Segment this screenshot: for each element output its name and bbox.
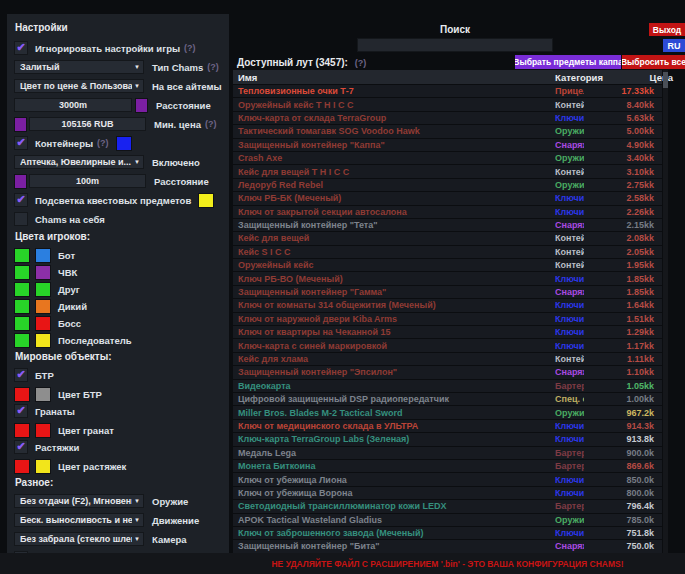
table-row[interactable]: Ключ-карта TerraGroup Labs (Зеленая)Ключ… bbox=[233, 433, 662, 445]
table-row[interactable]: Цифровой защищенный DSP радиопередатчикС… bbox=[233, 393, 662, 405]
table-row[interactable]: Защищенный контейнер "Эпсилон"Снаряжение… bbox=[233, 366, 662, 378]
table-row[interactable]: Защищенный контейнер "Бита"Снаряжение750… bbox=[233, 540, 662, 552]
column-header-name[interactable]: Имя bbox=[233, 72, 555, 83]
btr-checkbox[interactable]: ✔ bbox=[14, 368, 28, 382]
min-price-color-swatch[interactable] bbox=[14, 117, 27, 132]
color-grenades-swatch-visible[interactable] bbox=[14, 423, 30, 438]
item-name-cell: Видеокарта bbox=[233, 381, 555, 391]
color-bot-swatch-hidden[interactable] bbox=[35, 248, 51, 263]
table-row[interactable]: Ключ от квартиры на Чеканной 15Ключи1.29… bbox=[233, 326, 662, 338]
containers-distance-input[interactable]: 100m bbox=[29, 174, 146, 188]
color-friend-swatch-hidden[interactable] bbox=[35, 282, 51, 297]
item-price-cell: 8.40kk bbox=[584, 100, 662, 110]
table-row[interactable]: Ключ-карта от склада TerraGroupКлючи5.63… bbox=[233, 112, 662, 124]
ignore-game-settings-checkbox[interactable]: ✔ bbox=[14, 41, 28, 55]
color-scav-swatch-hidden[interactable] bbox=[35, 299, 51, 314]
table-row[interactable]: APOK Tactical Wasteland GladiusОружие785… bbox=[233, 514, 662, 526]
table-row[interactable]: Ключ от наружной двери Kiba ArmsКлючи1.5… bbox=[233, 313, 662, 325]
table-row[interactable]: Ледоруб Red RebelОружие2.75kk bbox=[233, 179, 662, 191]
table-row[interactable]: Ключ от медицинского склада в УЛЬТРАКлюч… bbox=[233, 420, 662, 432]
table-row[interactable]: Светодиодный трансиллюминатор кожи LEDXБ… bbox=[233, 500, 662, 512]
table-scrollbar[interactable] bbox=[663, 70, 668, 553]
weapon-mods-label: Оружие bbox=[152, 496, 188, 507]
table-row[interactable]: Защищенный контейнер "Тета"Снаряжение2.1… bbox=[233, 219, 662, 231]
chams-self-checkbox[interactable] bbox=[14, 212, 28, 226]
chams-type-dropdown[interactable]: Залитый▼ bbox=[14, 60, 144, 74]
table-row[interactable]: Crash AxeОружие3.40kk bbox=[233, 152, 662, 164]
table-row[interactable]: Защищенный контейнер "Каппа"Снаряжение4.… bbox=[233, 139, 662, 151]
chams-distance-input[interactable]: 3000m bbox=[14, 98, 132, 112]
color-tripwires-swatch-hidden[interactable] bbox=[35, 459, 51, 474]
item-price-cell: 1.95kk bbox=[584, 260, 662, 270]
language-button[interactable]: RU bbox=[663, 39, 685, 52]
select-kappa-items-button[interactable]: Выбрать предметы каппа bbox=[515, 55, 621, 69]
table-row[interactable]: Ключ-карта с синей маркировкойКлючи1.17k… bbox=[233, 339, 662, 351]
table-row[interactable]: Защищенный контейнер "Гамма"Снаряжение1.… bbox=[233, 286, 662, 298]
camera-mods-value: Без забрала (стекло шлема) bbox=[20, 534, 132, 544]
quest-highlight-checkbox[interactable]: ✔ bbox=[14, 193, 28, 207]
color-tripwires-swatch-visible[interactable] bbox=[14, 459, 30, 474]
color-follower-swatch-hidden[interactable] bbox=[35, 333, 51, 348]
table-row[interactable]: Оружейный кейс T H I C CКонтейнеры8.40kk bbox=[233, 98, 662, 110]
item-name-cell: Тактический томагавк SOG Voodoo Hawk bbox=[233, 126, 555, 136]
table-row[interactable]: Тепловизионные очки Т-7Прицелы17.33kk bbox=[233, 85, 662, 97]
min-price-input[interactable]: 105156 RUB bbox=[29, 117, 146, 131]
table-row[interactable]: Оружейный кейсКонтейнеры1.95kk bbox=[233, 259, 662, 271]
color-boss-swatch-hidden[interactable] bbox=[35, 316, 51, 331]
chams-distance-row: 3000mРасстояние bbox=[14, 98, 222, 112]
containers-distance-color-swatch[interactable] bbox=[14, 174, 27, 189]
column-header-price[interactable]: Цена bbox=[603, 72, 681, 83]
ignore-game-settings-row: ✔Игнорировать настройки игры(?) bbox=[14, 41, 222, 55]
color-grenades-swatch-hidden[interactable] bbox=[35, 423, 51, 438]
table-row[interactable]: Ключ от комнаты 314 общежития (Меченый)К… bbox=[233, 299, 662, 311]
containers-color-swatch[interactable] bbox=[116, 136, 132, 151]
containers-filter-dropdown[interactable]: Аптечка, Ювелирные и...▼ bbox=[14, 155, 144, 169]
table-row[interactable]: Ключ РБ-ВО (Меченый)Ключи1.85kk bbox=[233, 272, 662, 284]
item-price-cell: 1.85kk bbox=[584, 274, 662, 284]
table-row[interactable]: Ключ от убежища ЛионаКлючи850.0k bbox=[233, 473, 662, 485]
table-row[interactable]: Ключ от заброшенного завода (Меченый)Клю… bbox=[233, 527, 662, 539]
color-scav-swatch-visible[interactable] bbox=[14, 299, 30, 314]
table-row[interactable]: Ключ РБ-БК (Меченый)Ключи2.58kk bbox=[233, 192, 662, 204]
color-pmc-swatch-visible[interactable] bbox=[14, 265, 30, 280]
containers-checkbox[interactable]: ✔ bbox=[14, 136, 28, 150]
color-pmc-label: ЧВК bbox=[58, 267, 77, 278]
color-follower-swatch-visible[interactable] bbox=[14, 333, 30, 348]
quest-highlight-color-swatch[interactable] bbox=[198, 193, 214, 208]
drop-all-button[interactable]: Выбросить все bbox=[622, 55, 685, 69]
exit-button[interactable]: Выход bbox=[649, 23, 685, 36]
item-name-cell: Ключ от комнаты 314 общежития (Меченый) bbox=[233, 300, 555, 310]
check-icon: ✔ bbox=[16, 194, 25, 205]
color-boss-swatch-visible[interactable] bbox=[14, 316, 30, 331]
color-btr-swatch-visible[interactable] bbox=[14, 387, 30, 402]
search-input[interactable] bbox=[357, 38, 553, 52]
table-row[interactable]: Ключ от убежища ВоронаКлючи800.0k bbox=[233, 487, 662, 499]
table-row[interactable]: Кейс S I C CКонтейнеры2.05kk bbox=[233, 246, 662, 258]
table-row[interactable]: Ключ от закрытой секции автосалонаКлючи2… bbox=[233, 206, 662, 218]
color-friend-swatch-visible[interactable] bbox=[14, 282, 30, 297]
table-row[interactable]: Кейс для вещейКонтейнеры2.08kk bbox=[233, 232, 662, 244]
containers-filter-row: Аптечка, Ювелирные и...▼Включено bbox=[14, 155, 222, 169]
tripwires-checkbox[interactable]: ✔ bbox=[14, 440, 28, 454]
table-row[interactable]: Монета БиткоинаБартер869.6k bbox=[233, 460, 662, 472]
table-row[interactable]: Кейс для хламаКонтейнеры1.11kk bbox=[233, 353, 662, 365]
table-row[interactable]: Медаль LegaБартер900.0k bbox=[233, 447, 662, 459]
color-btr-swatch-hidden[interactable] bbox=[35, 387, 51, 402]
item-price-cell: 967.2k bbox=[584, 408, 662, 418]
color-pmc-swatch-hidden[interactable] bbox=[35, 265, 51, 280]
all-items-mode-dropdown[interactable]: Цвет по цене & Пользователь▼ bbox=[14, 79, 144, 93]
chams-distance-color-swatch[interactable] bbox=[135, 98, 148, 113]
table-row[interactable]: ВидеокартаБартер1.05kk bbox=[233, 380, 662, 392]
camera-mods-dropdown[interactable]: Без забрала (стекло шлема)▼ bbox=[14, 532, 144, 546]
weapon-mods-dropdown[interactable]: Без отдачи (F2), Мгновенное п▼ bbox=[14, 494, 144, 508]
chams-self-row: Chams на себя bbox=[14, 212, 222, 226]
table-row[interactable]: Тактический томагавк SOG Voodoo HawkОруж… bbox=[233, 125, 662, 137]
column-header-category[interactable]: Категория bbox=[555, 72, 603, 83]
movement-mods-dropdown[interactable]: Беск. выносливость и нет уста▼ bbox=[14, 513, 144, 527]
table-row[interactable]: Miller Bros. Blades M-2 Tactical SwordОр… bbox=[233, 406, 662, 418]
color-bot-swatch-visible[interactable] bbox=[14, 248, 30, 263]
table-row[interactable]: Кейс для вещей T H I C CКонтейнеры3.10kk bbox=[233, 165, 662, 177]
grenades-checkbox[interactable]: ✔ bbox=[14, 404, 28, 418]
ignore-game-settings-hint: (?) bbox=[184, 43, 196, 53]
scrollbar-thumb[interactable] bbox=[663, 72, 668, 88]
